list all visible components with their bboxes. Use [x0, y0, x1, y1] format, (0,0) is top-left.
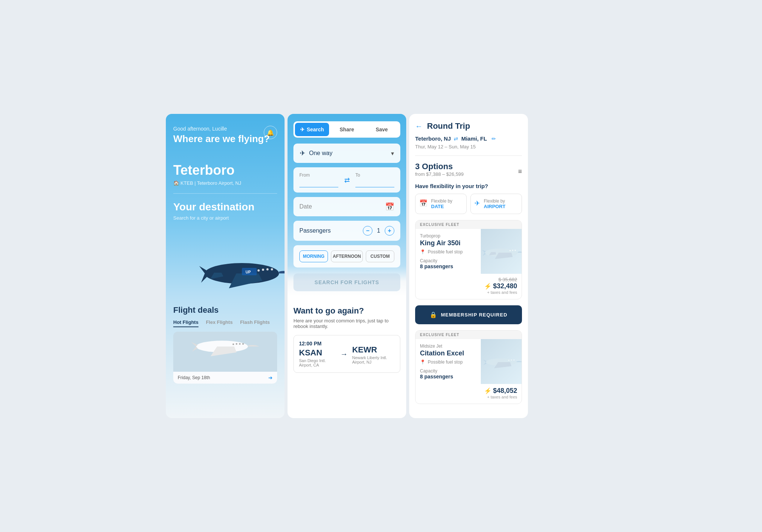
svg-text:UP: UP — [246, 270, 251, 274]
price-section-2: ⚡ $48,052 + taxes and fees — [416, 384, 522, 404]
capacity-row-1: Capacity 8 passengers — [420, 258, 476, 269]
plane-icon: ✈ — [300, 127, 305, 132]
membership-required-button[interactable]: 🔒 MEMBERSHIP REQUIRED — [415, 305, 522, 324]
home-title: Where are we flying? — [173, 133, 277, 145]
aircraft-img-1 — [481, 229, 522, 274]
destination-title: Your destination — [173, 201, 277, 213]
svg-point-18 — [511, 359, 512, 361]
filter-icon[interactable]: ≡ — [518, 168, 522, 175]
decrease-passengers-button[interactable]: − — [363, 226, 372, 236]
custom-button[interactable]: CUSTOM — [366, 250, 394, 262]
increase-passengers-button[interactable]: + — [385, 226, 394, 236]
to-value — [355, 179, 394, 187]
options-info: 3 Options from $7,388 – $26,599 — [415, 162, 464, 181]
forward-icon[interactable]: ➜ — [268, 375, 273, 381]
options-count: 3 Options — [415, 162, 464, 171]
deal-card[interactable]: Friday, Sep 18th ➜ — [173, 332, 277, 384]
airport-name: Teterboro — [173, 162, 277, 178]
flexible-by-date-card[interactable]: 📅 Flexible by DATE — [415, 194, 467, 214]
deal-card-plane — [173, 332, 277, 361]
search-flights-button[interactable]: SEARCH FOR FLIGHTS — [293, 273, 400, 291]
trip-type-label: One way — [309, 150, 332, 157]
edit-route-icon[interactable]: ✏ — [492, 136, 496, 142]
svg-point-14 — [512, 250, 513, 251]
flex-date-text: Flexible by DATE — [431, 198, 452, 209]
svg-point-1 — [257, 269, 260, 272]
from-value — [299, 179, 338, 187]
from-to-row: From ⇄ To — [293, 167, 400, 193]
plane-small-icon: ✈ — [300, 149, 305, 157]
aircraft-card-1[interactable]: EXCLUSIVE FLEET Turboprop King Air 350i … — [415, 220, 522, 299]
aircraft-svg-2 — [481, 351, 522, 372]
flex-date-label: Flexible by — [431, 198, 452, 204]
greeting-text: Good afternoon, Lucille — [173, 126, 277, 132]
toolbar: ✈ Search Share Save — [293, 121, 400, 138]
to-label: To — [355, 173, 394, 178]
back-button[interactable]: ← — [415, 122, 423, 131]
airport-code: 🏠 KTEB | Teterboro Airport, NJ — [173, 180, 277, 186]
save-label: Save — [376, 127, 388, 132]
search-button[interactable]: ✈ Search — [295, 123, 329, 136]
tab-flex-flights[interactable]: Flex Flights — [206, 319, 233, 327]
badge-text-1: EXCLUSIVE FLEET — [420, 223, 459, 227]
deals-tabs: Hot Flights Flex Flights Flash Flights — [173, 319, 277, 327]
date-row[interactable]: Date 📅 — [293, 197, 400, 216]
to-code: KEWR — [352, 345, 395, 355]
aircraft-badge-2: EXCLUSIVE FLEET — [416, 331, 522, 339]
trip-time: 12:00 PM — [299, 341, 336, 347]
aircraft-card-2[interactable]: EXCLUSIVE FLEET Midsize Jet Citation Exc… — [415, 330, 522, 404]
chevron-down-icon: ▾ — [391, 150, 394, 157]
want-again-subtitle: Here are your most common trips, just ta… — [293, 318, 400, 329]
results-header: ← Round Trip — [409, 114, 528, 135]
lightning-icon-1: ⚡ — [484, 283, 492, 290]
svg-point-9 — [236, 343, 237, 345]
original-price-1: $ 35,682 — [420, 277, 517, 282]
flexible-by-airport-card[interactable]: ✈ Flexible by AIRPORT — [470, 194, 522, 214]
share-button[interactable]: Share — [330, 123, 364, 136]
swap-button[interactable]: ⇄ — [341, 175, 352, 186]
svg-point-4 — [271, 268, 273, 270]
from-label: From — [299, 173, 338, 178]
svg-point-8 — [233, 344, 234, 345]
from-field[interactable]: From — [299, 173, 338, 187]
svg-point-19 — [513, 359, 515, 361]
capacity-value-2: 8 passengers — [420, 374, 453, 380]
pin-icon-2: 📍 — [420, 359, 426, 365]
aircraft-badge-1: EXCLUSIVE FLEET — [416, 220, 522, 229]
passengers-control: − 1 + — [363, 226, 394, 236]
bell-icon[interactable]: 🔔 — [264, 126, 277, 139]
membership-text: MEMBERSHIP REQUIRED — [441, 312, 507, 318]
plane-illustration: UP — [166, 225, 285, 299]
afternoon-button[interactable]: AFTERNOON — [331, 250, 363, 262]
capacity-value-1: 8 passengers — [420, 263, 453, 269]
flex-airport-label: Flexible by — [484, 198, 506, 204]
tab-flash-flights[interactable]: Flash Flights — [240, 319, 270, 327]
save-button[interactable]: Save — [365, 123, 399, 136]
plane-flex-icon: ✈ — [474, 199, 480, 207]
flex-airport-value: AIRPORT — [484, 204, 506, 209]
trip-to: KEWR Newark Liberty Intl. Airport, NJ — [352, 344, 395, 364]
route-to-city: Miami, FL — [461, 135, 487, 142]
destination-subtitle: Search for a city or airport — [173, 215, 277, 221]
search-form: ✈ One way ▾ From ⇄ To Date — [288, 138, 406, 306]
flex-options: 📅 Flexible by DATE ✈ Flexible by AIRPORT — [415, 194, 522, 214]
screen1-header: Good afternoon, Lucille Where are we fly… — [166, 114, 285, 162]
to-field[interactable]: To — [355, 173, 394, 187]
trip-type-selector[interactable]: ✈ One way ▾ — [293, 144, 400, 163]
morning-button[interactable]: MORNING — [299, 250, 328, 262]
results-title: Round Trip — [427, 121, 470, 131]
airport-section: Teterboro 🏠 KTEB | Teterboro Airport, NJ — [166, 162, 285, 193]
card-date: Friday, Sep 18th — [178, 375, 210, 380]
aircraft-card-content: Turboprop King Air 350i 📍 Possible fuel … — [416, 229, 522, 274]
current-price-2: ⚡ $48,052 — [420, 387, 517, 395]
deals-section: Flight deals Hot Flights Flex Flights Fl… — [166, 299, 285, 384]
aircraft-card-content-2: Midsize Jet Citation Excel 📍 Possible fu… — [416, 339, 522, 384]
tab-hot-flights[interactable]: Hot Flights — [173, 319, 198, 327]
recent-trip-card[interactable]: 12:00 PM KSAN San Diego Intl. Airport, C… — [293, 335, 400, 373]
flexibility-title: Have flexibility in your trip? — [415, 183, 522, 189]
lock-icon: 🔒 — [430, 311, 437, 318]
destination-section: Your destination Search for a city or ai… — [166, 201, 285, 225]
route-row: Teterboro, NJ ⇄ Miami, FL ✏ — [409, 135, 528, 143]
aircraft-img-2 — [481, 339, 522, 384]
from-code: KSAN — [299, 348, 336, 358]
